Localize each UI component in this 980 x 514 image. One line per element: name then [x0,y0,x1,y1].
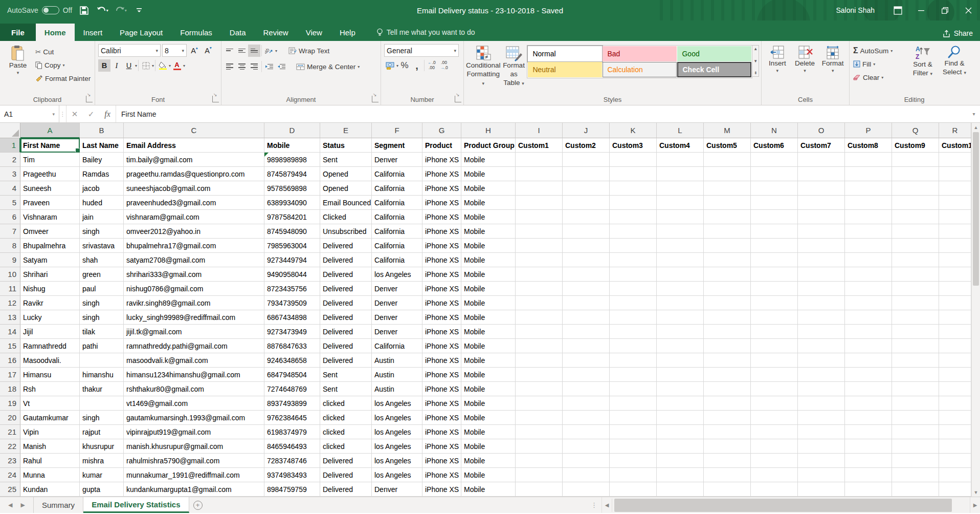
cell-J17[interactable] [563,368,610,382]
sort-filter-button[interactable]: AZ Sort & Filter ▾ [907,43,939,78]
cell-F24[interactable]: los Angeles [372,468,422,482]
cell-H16[interactable]: Mobile [461,353,516,368]
row-header-25[interactable]: 25 [0,482,20,497]
cell-H6[interactable]: Mobile [461,210,516,224]
cell-I1[interactable]: Custom1 [516,138,563,153]
cell-E17[interactable]: Sent [320,368,372,382]
row-header-10[interactable]: 10 [0,267,20,282]
cell-J23[interactable] [563,454,610,468]
cell-H13[interactable]: Mobile [461,310,516,325]
new-sheet-button[interactable]: + [189,497,207,513]
cell-P11[interactable] [845,282,892,296]
comma-style-button[interactable]: , [411,59,423,72]
bottom-align-button[interactable] [248,45,260,57]
cell-N11[interactable] [751,282,798,296]
cell-G16[interactable]: iPhone XS [422,353,461,368]
cell-L8[interactable] [657,239,704,253]
cell-I4[interactable] [516,181,563,196]
cell-R14[interactable] [939,325,971,339]
cell-F22[interactable]: los Angeles [372,439,422,454]
cell-R21[interactable] [939,425,971,439]
cell-D21[interactable]: 6198374979 [264,425,320,439]
cell-F18[interactable]: Austin [372,382,422,396]
cell-R25[interactable] [939,482,971,497]
cell-B9[interactable]: shah [80,253,124,267]
cell-F3[interactable]: California [372,167,422,181]
cell-J18[interactable] [563,382,610,396]
align-center-button[interactable] [236,60,248,73]
cell-L12[interactable] [657,296,704,310]
cell-G11[interactable]: iPhone XS [422,282,461,296]
cell-B6[interactable]: jain [80,210,124,224]
accounting-format-button[interactable] [384,59,396,72]
cell-M3[interactable] [704,167,751,181]
cell-G19[interactable]: iPhone XS [422,396,461,411]
cell-A24[interactable]: Munna [20,468,80,482]
cell-L1[interactable]: Custom4 [657,138,704,153]
select-all-button[interactable] [0,123,20,138]
cell-G3[interactable]: iPhone XS [422,167,461,181]
cell-G20[interactable]: iPhone XS [422,411,461,425]
cell-I24[interactable] [516,468,563,482]
cell-R12[interactable] [939,296,971,310]
cell-E22[interactable]: clicked [320,439,372,454]
cell-K23[interactable] [610,454,657,468]
cell-H3[interactable]: Mobile [461,167,516,181]
cell-O9[interactable] [798,253,845,267]
orientation-caret[interactable]: ▾ [275,49,277,53]
row-header-18[interactable]: 18 [0,382,20,396]
autosum-button[interactable]: ΣAutoSum▾ [852,44,907,57]
cell-Q22[interactable] [892,439,939,454]
cell-E19[interactable]: clicked [320,396,372,411]
cell-style-good[interactable]: Good [677,46,751,61]
cell-N12[interactable] [751,296,798,310]
cell-H1[interactable]: Product Group [461,138,516,153]
cell-J15[interactable] [563,339,610,353]
cell-Q5[interactable] [892,196,939,210]
cell-O21[interactable] [798,425,845,439]
column-header-N[interactable]: N [751,123,798,138]
cell-F14[interactable]: Denver [372,325,422,339]
cell-I21[interactable] [516,425,563,439]
cell-L19[interactable] [657,396,704,411]
cancel-entry-button[interactable]: ✕ [66,105,83,122]
cell-L21[interactable] [657,425,704,439]
cell-O22[interactable] [798,439,845,454]
cell-N1[interactable]: Custom6 [751,138,798,153]
cell-B7[interactable]: singh [80,224,124,239]
cell-M1[interactable]: Custom5 [704,138,751,153]
cell-M8[interactable] [704,239,751,253]
cell-F25[interactable]: Denver [372,482,422,497]
cell-L6[interactable] [657,210,704,224]
cell-E12[interactable]: Delivered [320,296,372,310]
cell-P12[interactable] [845,296,892,310]
cell-M16[interactable] [704,353,751,368]
cell-A14[interactable]: Jijil [20,325,80,339]
cell-G12[interactable]: iPhone XS [422,296,461,310]
paste-button[interactable]: Paste ▾ [2,43,34,76]
wrap-text-button[interactable]: Wrap Text [287,44,331,57]
scroll-up-icon[interactable]: ▲ [972,123,980,132]
cell-I25[interactable] [516,482,563,497]
cell-L20[interactable] [657,411,704,425]
name-box-resizer[interactable]: ⋮ [59,105,66,122]
cell-O23[interactable] [798,454,845,468]
insert-cells-button[interactable]: Insert▾ [764,43,791,74]
cell-D18[interactable]: 7274648769 [264,382,320,396]
cell-H24[interactable]: Mobile [461,468,516,482]
minimize-button[interactable] [909,0,933,20]
cell-O15[interactable] [798,339,845,353]
cell-C4[interactable]: suneeshjacob@gmail.com [124,181,264,196]
row-header-14[interactable]: 14 [0,325,20,339]
cell-K11[interactable] [610,282,657,296]
cell-G22[interactable]: iPhone XS [422,439,461,454]
hscroll-left-icon[interactable]: ◀ [602,497,612,513]
cell-P24[interactable] [845,468,892,482]
cell-B21[interactable]: rajput [80,425,124,439]
cell-Q4[interactable] [892,181,939,196]
cell-J25[interactable] [563,482,610,497]
cell-C12[interactable]: ravikr.singh89@gmail.com [124,296,264,310]
cell-E14[interactable]: Delivered [320,325,372,339]
cell-P6[interactable] [845,210,892,224]
cell-B13[interactable]: singh [80,310,124,325]
